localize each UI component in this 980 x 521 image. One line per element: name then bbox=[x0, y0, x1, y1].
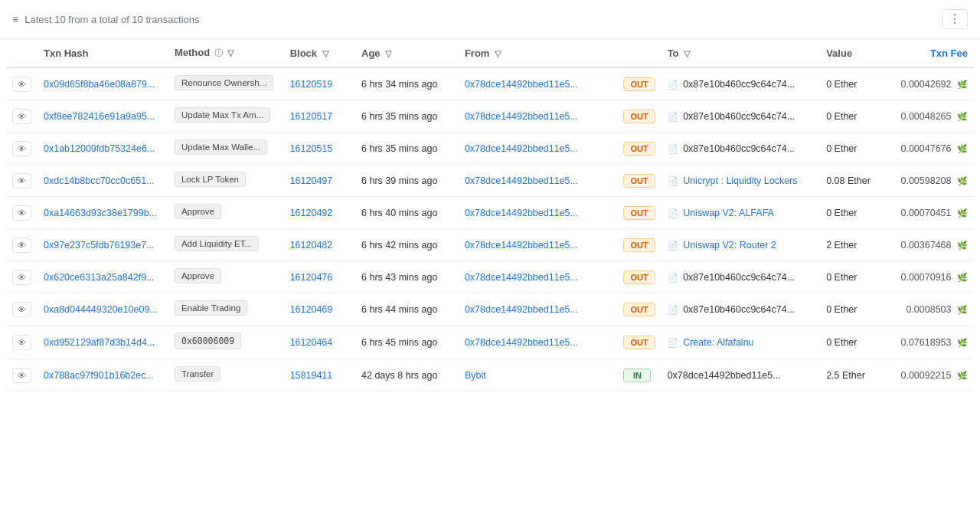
action-section: ⋮ bbox=[942, 9, 968, 29]
block-cell: 16120476 bbox=[284, 261, 355, 293]
from-address-link[interactable]: 0x78dce14492bbed11e5... bbox=[465, 143, 578, 154]
method-badge: Approve bbox=[175, 268, 221, 283]
method-badge: Approve bbox=[175, 204, 221, 219]
txn-hash-link[interactable]: 0x97e237c5fdb76193e7... bbox=[44, 240, 155, 251]
to-address: 0x78dce14492bbed11e5... bbox=[668, 370, 781, 381]
eye-button[interactable]: 👁 bbox=[12, 238, 31, 253]
txn-hash-link[interactable]: 0x1ab12009fdb75324e6... bbox=[44, 143, 155, 154]
contract-icon: 📄 bbox=[668, 273, 678, 282]
eye-cell: 👁 bbox=[6, 229, 38, 261]
method-badge: Add Liquidity ET... bbox=[175, 236, 259, 251]
method-badge: 0x60006009 bbox=[175, 333, 241, 349]
dir-cell: IN bbox=[617, 359, 661, 392]
to-address: 0x87e10b460cc9c64c74... bbox=[683, 304, 795, 315]
txn-hash-link[interactable]: 0x09d65f8ba46e08a879... bbox=[44, 79, 155, 90]
value-cell: 0 Ether bbox=[820, 67, 891, 100]
txn-hash-link[interactable]: 0xa8d044449320e10e09... bbox=[44, 304, 158, 315]
to-filter-icon[interactable]: ▽ bbox=[684, 49, 690, 58]
contract-icon: 📄 bbox=[668, 144, 678, 153]
block-link[interactable]: 16120517 bbox=[290, 111, 333, 122]
age-filter-icon[interactable]: ▽ bbox=[385, 49, 391, 58]
block-link[interactable]: 16120482 bbox=[290, 240, 333, 251]
block-link[interactable]: 15819411 bbox=[290, 370, 333, 381]
from-cell: 0x78dce14492bbed11e5... bbox=[459, 165, 618, 197]
col-method-header: Method ⓘ ▽ bbox=[168, 39, 284, 67]
eye-cell: 👁 bbox=[6, 261, 38, 293]
method-filter-icon[interactable]: ▽ bbox=[227, 48, 234, 57]
block-link[interactable]: 16120519 bbox=[290, 79, 333, 90]
block-cell: 16120519 bbox=[284, 67, 355, 100]
txn-hash-link[interactable]: 0x620ce6313a25a842f9... bbox=[44, 272, 155, 283]
from-address-link[interactable]: 0x78dce14492bbed11e5... bbox=[465, 337, 578, 348]
leaf-icon: 🌿 bbox=[957, 273, 968, 282]
eye-cell: 👁 bbox=[6, 293, 38, 326]
col-age-header: Age ▽ bbox=[355, 39, 459, 67]
eye-button[interactable]: 👁 bbox=[12, 77, 31, 92]
from-address-link[interactable]: 0x78dce14492bbed11e5... bbox=[465, 79, 578, 90]
to-named-link[interactable]: Unicrypt : Liquidity Lockers bbox=[683, 175, 797, 186]
from-address-link[interactable]: 0x78dce14492bbed11e5... bbox=[465, 175, 578, 186]
more-options-button[interactable]: ⋮ bbox=[942, 9, 968, 29]
block-link[interactable]: 16120469 bbox=[290, 304, 333, 315]
txn-hash-link[interactable]: 0xf8ee782416e91a9a95... bbox=[44, 111, 155, 122]
block-link[interactable]: 16120492 bbox=[290, 208, 333, 218]
from-link[interactable]: Bybit bbox=[465, 370, 486, 381]
from-address-link[interactable]: 0x78dce14492bbed11e5... bbox=[465, 272, 578, 283]
eye-button[interactable]: 👁 bbox=[12, 173, 31, 188]
from-address-link[interactable]: 0x78dce14492bbed11e5... bbox=[465, 208, 578, 218]
value-cell: 0.08 Ether bbox=[820, 165, 891, 197]
table-row: 👁 0x97e237c5fdb76193e7... Add Liquidity … bbox=[6, 229, 974, 261]
eye-button[interactable]: 👁 bbox=[12, 141, 31, 156]
dir-cell: OUT bbox=[617, 197, 661, 229]
age-cell: 6 hrs 44 mins ago bbox=[355, 293, 459, 326]
eye-button[interactable]: 👁 bbox=[12, 302, 31, 317]
block-filter-icon[interactable]: ▽ bbox=[322, 49, 328, 58]
method-cell: Update Max Walle... bbox=[168, 133, 284, 165]
block-link[interactable]: 16120497 bbox=[290, 175, 333, 186]
value-cell: 0 Ether bbox=[820, 133, 891, 165]
block-link[interactable]: 16120476 bbox=[290, 272, 333, 283]
direction-badge: OUT bbox=[623, 142, 655, 156]
method-cell: Enable Trading bbox=[168, 293, 284, 326]
contract-icon: 📄 bbox=[668, 112, 678, 121]
txn-hash-link[interactable]: 0x788ac97f901b16b2ec... bbox=[44, 370, 154, 381]
to-named-link[interactable]: Uniswap V2: ALFAFA bbox=[683, 208, 774, 218]
to-named-link[interactable]: Uniswap V2: Router 2 bbox=[683, 240, 776, 251]
from-cell: 0x78dce14492bbed11e5... bbox=[459, 229, 618, 261]
eye-button[interactable]: 👁 bbox=[12, 335, 31, 350]
from-address-link[interactable]: 0x78dce14492bbed11e5... bbox=[465, 111, 578, 122]
block-cell: 16120492 bbox=[284, 197, 355, 229]
leaf-icon: 🌿 bbox=[957, 305, 968, 314]
eye-button[interactable]: 👁 bbox=[12, 205, 31, 221]
txn-hash-link[interactable]: 0xa14663d93c38e1799b... bbox=[44, 208, 157, 218]
value-cell: 0 Ether bbox=[820, 293, 891, 326]
table-row: 👁 0xd952129af87d3b14d4... 0x60006009 161… bbox=[6, 326, 974, 359]
leaf-icon: 🌿 bbox=[957, 338, 968, 347]
leaf-icon: 🌿 bbox=[957, 371, 968, 380]
dir-cell: OUT bbox=[617, 165, 661, 197]
method-cell: Lock LP Token bbox=[168, 165, 284, 197]
from-filter-icon[interactable]: ▽ bbox=[495, 49, 501, 58]
from-address-link[interactable]: 0x78dce14492bbed11e5... bbox=[465, 304, 578, 315]
eye-cell: 👁 bbox=[6, 326, 38, 359]
from-address-link[interactable]: 0x78dce14492bbed11e5... bbox=[465, 240, 578, 251]
block-link[interactable]: 16120515 bbox=[290, 143, 333, 154]
contract-icon: 📄 bbox=[668, 241, 678, 250]
leaf-icon: 🌿 bbox=[957, 144, 968, 153]
leaf-icon: 🌿 bbox=[957, 112, 968, 121]
eye-button[interactable]: 👁 bbox=[12, 368, 31, 383]
dir-cell: OUT bbox=[617, 133, 661, 165]
to-named-link[interactable]: Create: Alfafalnu bbox=[683, 337, 753, 348]
txn-hash-link[interactable]: 0xd952129af87d3b14d4... bbox=[44, 337, 155, 348]
eye-button[interactable]: 👁 bbox=[12, 270, 31, 285]
txn-hash-link[interactable]: 0xdc14b8bcc70cc0c651... bbox=[44, 175, 155, 186]
eye-button[interactable]: 👁 bbox=[12, 109, 31, 124]
block-link[interactable]: 16120464 bbox=[290, 337, 333, 348]
txn-hash-cell: 0xa8d044449320e10e09... bbox=[38, 293, 168, 326]
method-badge: Transfer bbox=[175, 366, 220, 382]
method-cell: 0x60006009 bbox=[168, 326, 284, 359]
block-cell: 16120515 bbox=[284, 133, 355, 165]
col-from-header: From ▽ bbox=[459, 39, 618, 67]
method-info-icon[interactable]: ⓘ bbox=[214, 48, 223, 57]
direction-badge: OUT bbox=[623, 336, 655, 349]
